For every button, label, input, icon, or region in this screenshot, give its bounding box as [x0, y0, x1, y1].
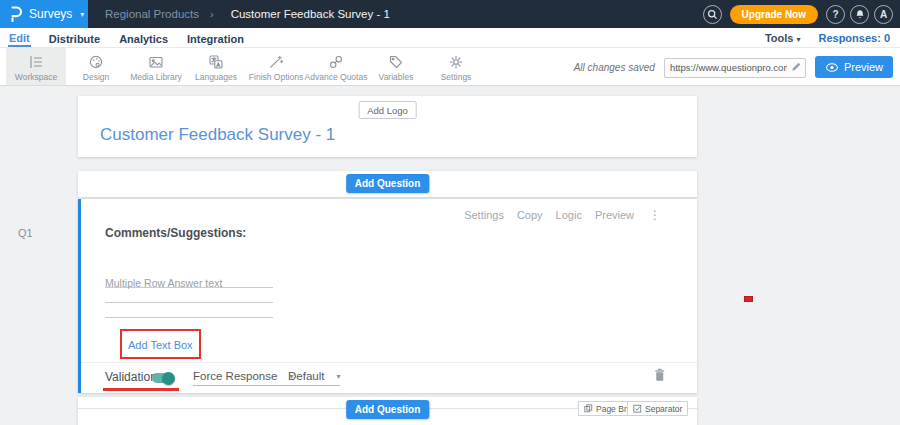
- add-text-box-highlight: Add Text Box: [120, 329, 201, 359]
- tab-edit[interactable]: Edit: [8, 30, 31, 47]
- avatar[interactable]: A: [874, 5, 893, 24]
- question-logic-link[interactable]: Logic: [556, 209, 582, 221]
- toolbar-items: Workspace Design Media Library: [6, 48, 486, 85]
- product-switcher[interactable]: Surveys ▾: [0, 0, 88, 28]
- tab-analytics[interactable]: Analytics: [118, 31, 169, 46]
- add-logo-button[interactable]: Add Logo: [358, 101, 417, 119]
- toolbar-item-advance-quotas[interactable]: Advance Quotas: [306, 48, 366, 85]
- breadcrumb-folder[interactable]: Regional Products: [105, 8, 199, 20]
- force-response-label: Force Response: [193, 370, 277, 382]
- variables-tag-icon: [388, 54, 404, 70]
- page-break-icon: [584, 404, 593, 413]
- question-copy-link[interactable]: Copy: [517, 209, 543, 221]
- questionpro-logo: [9, 6, 23, 22]
- add-question-strip-bottom: Add Question Page Break Separator: [78, 397, 697, 425]
- separator-label: Separator: [645, 404, 682, 414]
- settings-gear-icon: [448, 54, 464, 70]
- question-settings-link[interactable]: Settings: [464, 209, 504, 221]
- caret-down-icon: ▾: [80, 10, 84, 19]
- answer-row-2[interactable]: [105, 288, 273, 303]
- default-option-label: Default: [288, 370, 324, 382]
- toolbar-item-label: Media Library: [130, 72, 182, 82]
- preview-label: Preview: [844, 61, 883, 73]
- breadcrumb-separator: ›: [210, 8, 214, 20]
- question-text[interactable]: Comments/Suggestions:: [105, 226, 246, 240]
- toolbar-item-languages[interactable]: Languages: [186, 48, 246, 85]
- help-icon: ?: [832, 9, 838, 20]
- toolbar-item-label: Workspace: [15, 72, 57, 82]
- survey-canvas: Add Logo Customer Feedback Survey - 1 Ad…: [0, 86, 900, 425]
- help-button[interactable]: ?: [826, 5, 845, 24]
- add-text-box-link[interactable]: Add Text Box: [128, 339, 193, 351]
- toolbar-item-label: Advance Quotas: [305, 72, 368, 82]
- toolbar-item-label: Design: [83, 72, 109, 82]
- question-footer-divider: [81, 362, 697, 363]
- preview-button[interactable]: Preview: [815, 56, 893, 78]
- multi-row-answer-area: Multiple Row Answer text: [105, 273, 273, 318]
- validation-toggle[interactable]: [152, 373, 173, 383]
- survey-url-input[interactable]: [664, 58, 806, 78]
- workspace-toolbar: Workspace Design Media Library: [0, 48, 900, 86]
- topbar-actions: Upgrade Now ? A: [703, 0, 893, 28]
- bell-icon: [854, 8, 866, 21]
- red-annotation-mark: [744, 296, 753, 302]
- toggle-knob: [162, 372, 175, 385]
- question-number-label: Q1: [18, 227, 33, 239]
- design-palette-icon: [88, 54, 104, 70]
- question-preview-link[interactable]: Preview: [595, 209, 634, 221]
- toolbar-item-label: Languages: [195, 72, 237, 82]
- kebab-menu-icon[interactable]: ⋮: [649, 208, 661, 222]
- delete-question-trash-icon[interactable]: [653, 367, 666, 383]
- add-question-button-bottom[interactable]: Add Question: [346, 400, 430, 419]
- tab-distribute[interactable]: Distribute: [48, 31, 101, 46]
- toolbar-right: All changes saved Preview: [574, 48, 893, 86]
- answer-row-3[interactable]: [105, 303, 273, 318]
- breadcrumb: Regional Products › Customer Feedback Su…: [105, 0, 390, 28]
- eye-icon: [825, 62, 839, 73]
- toolbar-item-design[interactable]: Design: [66, 48, 126, 85]
- toolbar-item-media-library[interactable]: Media Library: [126, 48, 186, 85]
- tools-label: Tools: [765, 32, 794, 44]
- separator-checkbox-icon: [633, 404, 642, 413]
- tab-integration[interactable]: Integration: [186, 31, 245, 46]
- survey-editor-window: Surveys ▾ Regional Products › Customer F…: [0, 0, 900, 425]
- survey-header-card: Add Logo Customer Feedback Survey - 1: [78, 96, 697, 157]
- notifications-button[interactable]: [850, 5, 869, 24]
- answer-row-1[interactable]: Multiple Row Answer text: [105, 273, 273, 288]
- question-actions: Settings Copy Logic Preview ⋮: [464, 208, 661, 222]
- breadcrumb-current-survey: Customer Feedback Survey - 1: [231, 8, 390, 20]
- toolbar-item-settings[interactable]: Settings: [426, 48, 486, 85]
- toolbar-item-label: Finish Options: [249, 72, 303, 82]
- menu-bar-right: Tools ▾ Responses: 0: [765, 28, 890, 48]
- media-library-icon: [148, 54, 164, 70]
- add-question-button-top[interactable]: Add Question: [346, 174, 430, 193]
- caret-down-icon: ▾: [796, 35, 800, 44]
- toolbar-item-variables[interactable]: Variables: [366, 48, 426, 85]
- toolbar-item-label: Settings: [441, 72, 472, 82]
- workspace-icon: [28, 54, 44, 70]
- validation-label: Validation: [105, 370, 157, 384]
- add-question-strip-top: Add Question: [78, 171, 697, 197]
- toolbar-item-finish-options[interactable]: Finish Options: [246, 48, 306, 85]
- top-navbar: Surveys ▾ Regional Products › Customer F…: [0, 0, 900, 28]
- survey-url-field-wrap: [664, 57, 806, 77]
- toolbar-item-workspace[interactable]: Workspace: [6, 48, 66, 85]
- separator-button[interactable]: Separator: [627, 401, 688, 416]
- finish-options-wand-icon: [268, 54, 284, 70]
- upgrade-now-button[interactable]: Upgrade Now: [730, 5, 818, 24]
- answer-placeholder: Multiple Row Answer text: [105, 277, 222, 289]
- question-card: Settings Copy Logic Preview ⋮ Comments/S…: [78, 199, 697, 393]
- advance-quotas-icon: [328, 54, 344, 70]
- responses-count[interactable]: Responses: 0: [818, 32, 890, 44]
- tools-menu[interactable]: Tools ▾: [765, 32, 801, 44]
- edit-pencil-icon[interactable]: [791, 61, 802, 72]
- menu-items: Edit Distribute Analytics Integration: [8, 28, 245, 48]
- force-response-dropdown[interactable]: Force Response ▾: [193, 370, 293, 386]
- search-button[interactable]: [703, 5, 722, 24]
- survey-title[interactable]: Customer Feedback Survey - 1: [100, 125, 335, 145]
- main-menu-bar: Edit Distribute Analytics Integration To…: [0, 28, 900, 48]
- avatar-initial: A: [880, 9, 887, 20]
- toolbar-item-label: Variables: [379, 72, 414, 82]
- validation-default-dropdown[interactable]: Default ▾: [288, 370, 340, 386]
- languages-icon: [208, 54, 224, 70]
